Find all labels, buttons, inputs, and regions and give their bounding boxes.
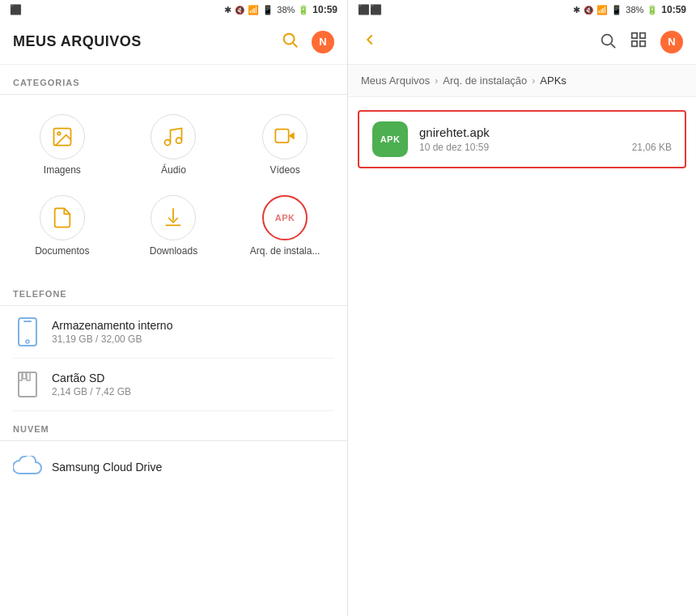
status-bar-right-left: ⬛⬛ (358, 4, 382, 15)
breadcrumb-meus-arquivos[interactable]: Meus Arquivos (361, 74, 430, 87)
category-item-documents[interactable]: Documentos (6, 185, 118, 266)
categories-label: CATEGORIAS (0, 65, 347, 95)
category-item-downloads[interactable]: Downloads (118, 185, 230, 266)
documents-icon-wrap (40, 195, 85, 240)
left-panel: ⬛ ✱ 🔇 📶 📱 38% 🔋 10:59 MEUS ARQUIVOS N (0, 0, 348, 616)
signal-icon: 📱 (262, 5, 274, 15)
svg-rect-17 (632, 33, 637, 38)
sdcard-icon (18, 372, 37, 397)
apk-badge-text: APK (380, 134, 401, 144)
battery-percent-r: 38% (626, 5, 643, 15)
internal-storage-info: Armazenamento interno 31,19 GB / 32,00 G… (52, 319, 172, 345)
cloud-icon-svg (13, 456, 42, 478)
app-bar-left: MEUS ARQUIVOS N (0, 19, 347, 65)
bluetooth-icon: ✱ (224, 5, 231, 15)
phone-storage-section: Armazenamento interno 31,19 GB / 32,00 G… (0, 306, 347, 411)
phone-section-label: TELEFONE (0, 276, 347, 306)
category-item-images[interactable]: Imagens (6, 104, 118, 185)
images-icon-wrap (40, 114, 85, 159)
wifi-icon-r: 📶 (596, 5, 608, 15)
app-bar-left-actions: N (281, 31, 334, 53)
app-bar-right: N (348, 19, 696, 65)
internal-storage-name: Armazenamento interno (52, 319, 172, 332)
file-item-gnirehtet[interactable]: APK gnirehtet.apk 10 de dez 10:59 21,06 … (358, 110, 686, 168)
battery-percent: 38% (277, 5, 295, 15)
cloud-item-samsung[interactable]: Samsung Cloud Drive (0, 441, 347, 493)
sdcard-storage-info: Cartão SD 2,14 GB / 7,42 GB (52, 372, 131, 397)
search-button-right[interactable] (599, 32, 617, 53)
time-right: 10:59 (661, 4, 686, 15)
download-icon (162, 206, 185, 229)
mute-icon-r: 🔇 (584, 6, 593, 15)
grid-view-button[interactable] (630, 31, 647, 53)
videos-icon-wrap (262, 114, 308, 159)
breadcrumb-arq-instalacao[interactable]: Arq. de instalação (443, 74, 527, 87)
file-size: 21,06 KB (632, 142, 672, 153)
screenshot-icon-r: ⬛⬛ (358, 4, 382, 15)
svg-point-10 (26, 340, 29, 343)
internal-storage-sub: 31,19 GB / 32,00 GB (52, 333, 172, 345)
signal-icon-r: 📱 (611, 5, 622, 15)
svg-point-3 (57, 132, 61, 135)
screenshot-icon: ⬛ (10, 4, 22, 15)
samsung-cloud-name: Samsung Cloud Drive (52, 461, 162, 474)
mute-icon: 🔇 (235, 6, 244, 15)
app-title: MEUS ARQUIVOS (13, 33, 142, 50)
svg-point-0 (284, 34, 295, 45)
battery-icon: 🔋 (298, 5, 309, 15)
breadcrumb: Meus Arquivos › Arq. de instalação › APK… (348, 65, 696, 97)
apk-icon-text: APK (275, 213, 295, 223)
category-item-videos[interactable]: Vídeos (229, 104, 341, 185)
svg-rect-13 (23, 372, 26, 379)
svg-point-15 (602, 34, 613, 45)
samsung-cloud-info: Samsung Cloud Drive (52, 461, 162, 474)
time-left: 10:59 (312, 4, 337, 15)
svg-point-5 (176, 138, 182, 143)
svg-rect-19 (632, 41, 637, 46)
svg-line-16 (611, 44, 615, 48)
right-panel: ⬛⬛ ✱ 🔇 📶 📱 38% 🔋 10:59 (348, 0, 696, 616)
apk-icon-wrap: APK (262, 195, 308, 240)
sdcard-storage-sub: 2,14 GB / 7,42 GB (52, 386, 131, 397)
status-bar-right-right: ✱ 🔇 📶 📱 38% 🔋 10:59 (573, 4, 686, 15)
notification-badge-right[interactable]: N (660, 31, 683, 53)
documents-label: Documentos (35, 245, 89, 257)
svg-line-1 (293, 43, 297, 47)
svg-rect-14 (27, 372, 30, 380)
apk-label: Arq. de instala... (250, 245, 320, 257)
search-button-left[interactable] (281, 31, 299, 53)
status-bar-left-icons: ⬛ (10, 4, 22, 15)
bluetooth-icon-r: ✱ (573, 5, 580, 15)
file-name: gnirehtet.apk (419, 125, 672, 139)
breadcrumb-apks[interactable]: APKs (540, 74, 567, 87)
back-button[interactable] (361, 31, 379, 53)
video-icon (274, 125, 296, 148)
content-left: CATEGORIAS Imagens (0, 65, 347, 616)
svg-rect-8 (19, 318, 36, 346)
storage-item-internal[interactable]: Armazenamento interno 31,19 GB / 32,00 G… (13, 306, 334, 359)
audio-icon-wrap (151, 114, 196, 159)
storage-item-sdcard[interactable]: Cartão SD 2,14 GB / 7,42 GB (13, 359, 334, 411)
svg-point-4 (165, 140, 171, 146)
file-date: 10 de dez 10:59 (419, 142, 489, 153)
file-info: gnirehtet.apk 10 de dez 10:59 21,06 KB (419, 125, 672, 153)
notification-badge-left[interactable]: N (312, 31, 334, 53)
videos-label: Vídeos (269, 164, 299, 176)
svg-rect-9 (23, 321, 32, 322)
downloads-label: Downloads (150, 245, 197, 257)
sdcard-storage-name: Cartão SD (52, 372, 131, 384)
svg-rect-18 (640, 33, 645, 38)
category-item-apk[interactable]: APK Arq. de instala... (229, 185, 341, 266)
audio-icon (162, 125, 185, 148)
images-label: Imagens (44, 164, 81, 176)
battery-icon-r: 🔋 (647, 5, 658, 15)
status-bar-right-info: ✱ 🔇 📶 📱 38% 🔋 10:59 (224, 4, 337, 15)
svg-rect-6 (275, 130, 288, 142)
phone-storage-icon (13, 317, 42, 346)
status-bar-left: ⬛ ✱ 🔇 📶 📱 38% 🔋 10:59 (0, 0, 347, 19)
phone-icon (17, 317, 38, 346)
svg-rect-12 (19, 372, 22, 380)
status-bar-right: ⬛⬛ ✱ 🔇 📶 📱 38% 🔋 10:59 (348, 0, 696, 19)
category-item-audio[interactable]: Áudio (118, 104, 230, 185)
wifi-icon: 📶 (248, 5, 259, 15)
